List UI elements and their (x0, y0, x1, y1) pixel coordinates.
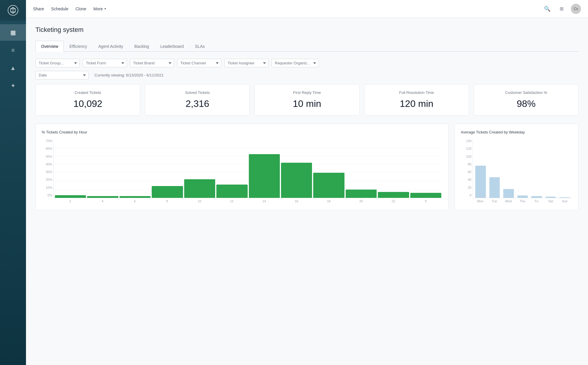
hourly-bar-8 (152, 186, 183, 198)
weekday-y-label-80: 80 (461, 162, 473, 166)
ticket-group-filter[interactable]: Ticket Group... (35, 59, 80, 67)
sidebar-item-settings[interactable]: ✦ (0, 77, 26, 94)
weekday-chart-area: 0 20 40 60 80 100 120 140 MonTueWedThuFr… (461, 139, 572, 204)
schedule-button[interactable]: Schedule (51, 5, 68, 12)
hourly-chart-card: % Tickets Created by Hour 0% 10% 20% 30%… (35, 124, 449, 210)
hourly-x-label-14: 14 (249, 199, 280, 203)
gear-icon: ✦ (11, 82, 16, 89)
tabs: Overview Efficiency Agent Activity Backl… (35, 41, 579, 52)
search-button[interactable]: 🔍 (543, 4, 552, 14)
kpi-solved-tickets-label: Solved Tickets (152, 90, 242, 95)
hourly-bar-22 (378, 192, 409, 198)
kpi-first-reply-value: 10 min (262, 98, 352, 109)
weekday-bar-Mon (475, 166, 486, 198)
page-title: Ticketing system (35, 26, 579, 34)
hourly-bar-4 (87, 196, 118, 198)
requester-org-filter[interactable]: Requester Organiz... (272, 59, 319, 67)
ticket-form-filter[interactable]: Ticket Form (83, 59, 127, 67)
grid-icon: ▦ (10, 29, 16, 36)
weekday-y-label-40: 40 (461, 178, 473, 181)
apps-icon: ⊞ (560, 6, 564, 12)
grid-view-button[interactable]: ⊞ (557, 4, 566, 14)
weekday-bar-Fri (531, 196, 542, 198)
chart-icon: ≡ (11, 47, 15, 54)
weekday-y-label-0: 0 (461, 193, 473, 197)
hourly-bar-6 (120, 196, 151, 198)
hourly-bar-12 (216, 185, 247, 198)
hourly-y-label-0: 0% (42, 193, 53, 197)
hourly-bar-0 (410, 193, 441, 198)
hourly-y-label-50: 50% (42, 155, 53, 158)
topbar-nav: Share Schedule Clone More ▾ (33, 5, 535, 12)
tab-agent-activity[interactable]: Agent Activity (93, 41, 129, 52)
kpi-created-tickets-value: 10,092 (43, 98, 133, 109)
tab-leaderboard[interactable]: Leaderboard (155, 41, 189, 52)
hourly-chart-area: 0% 10% 20% 30% 40% 50% 60% 70% 246810121… (42, 139, 442, 204)
filters-row-2: Date Currently viewing: 6/13/2020 - 6/11… (35, 71, 579, 79)
kpi-first-reply-label: First Reply Time (262, 90, 352, 95)
hourly-bar-20 (346, 190, 377, 198)
weekday-chart-card: Average Tickets Created by Weekday 0 20 … (455, 124, 579, 210)
hourly-bar-18 (313, 173, 344, 198)
weekday-bar-Sun (559, 197, 570, 198)
weekday-bars (473, 139, 572, 198)
clone-button[interactable]: Clone (76, 5, 86, 12)
hourly-y-label-60: 60% (42, 147, 53, 150)
hourly-y-label-20: 20% (42, 178, 53, 181)
weekday-x-label-Thu: Thu (517, 199, 528, 203)
ticket-brand-filter[interactable]: Ticket Brand (130, 59, 174, 67)
sidebar-item-upload[interactable]: ▲ (0, 60, 26, 76)
share-button[interactable]: Share (33, 5, 44, 12)
tab-slas[interactable]: SLAs (189, 41, 210, 52)
weekday-y-label-120: 120 (461, 147, 473, 150)
hourly-bar-14 (249, 154, 280, 198)
ticket-channel-filter[interactable]: Ticket Channel (177, 59, 221, 67)
weekday-y-label-20: 20 (461, 186, 473, 189)
sidebar-item-reports[interactable]: ≡ (0, 42, 26, 58)
more-menu[interactable]: More ▾ (93, 6, 106, 11)
tab-overview[interactable]: Overview (35, 41, 64, 52)
weekday-chart-title: Average Tickets Created by Weekday (461, 130, 572, 134)
kpi-resolution-value: 120 min (372, 98, 462, 109)
kpi-created-tickets: Created Tickets 10,092 (35, 84, 140, 115)
ticket-assignee-filter[interactable]: Ticket Assignee (224, 59, 269, 67)
main-content: Share Schedule Clone More ▾ 🔍 ⊞ Co Ticke… (26, 0, 588, 365)
kpi-resolution-time: Full Resolution Time 120 min (364, 84, 469, 115)
tab-efficiency[interactable]: Efficiency (64, 41, 93, 52)
date-viewing-label: Currently viewing: 6/13/2020 - 6/11/2021 (92, 71, 166, 79)
kpi-satisfaction-label: Customer Satisfaction % (481, 90, 571, 95)
avatar-initials: Co (571, 4, 581, 14)
hourly-bar-16 (281, 163, 312, 198)
hourly-bar-2 (55, 195, 86, 198)
hourly-x-label-0: 0 (410, 199, 442, 203)
search-icon: 🔍 (544, 6, 551, 12)
weekday-y-label-140: 140 (461, 139, 473, 143)
hourly-bars (53, 139, 442, 198)
hourly-x-label-16: 16 (281, 199, 312, 203)
tab-backlog[interactable]: Backlog (129, 41, 155, 52)
app-logo[interactable] (0, 0, 26, 21)
weekday-x-label-Fri: Fri (531, 199, 542, 203)
hourly-x-label-6: 6 (119, 199, 151, 203)
date-filter[interactable]: Date (35, 71, 89, 79)
hourly-y-label-30: 30% (42, 170, 53, 174)
hourly-y-label-10: 10% (42, 186, 53, 189)
weekday-x-label-Wed: Wed (503, 199, 514, 203)
sidebar-item-dashboard[interactable]: ▦ (0, 24, 26, 41)
page-content: Ticketing system Overview Efficiency Age… (26, 18, 588, 365)
kpi-created-tickets-label: Created Tickets (43, 90, 133, 95)
weekday-bar-Tue (489, 177, 500, 198)
hourly-chart-title: % Tickets Created by Hour (42, 130, 442, 134)
kpi-solved-tickets: Solved Tickets 2,316 (145, 84, 250, 115)
weekday-y-label-100: 100 (461, 155, 473, 158)
weekday-x-label-Tue: Tue (489, 199, 500, 203)
weekday-y-label-60: 60 (461, 170, 473, 174)
kpi-resolution-label: Full Resolution Time (372, 90, 462, 95)
hourly-x-label-2: 2 (55, 199, 86, 203)
hourly-bar-10 (184, 179, 215, 198)
user-avatar[interactable]: Co (571, 4, 581, 14)
hourly-x-label-4: 4 (87, 199, 118, 203)
kpi-solved-tickets-value: 2,316 (152, 98, 242, 109)
charts-row: % Tickets Created by Hour 0% 10% 20% 30%… (35, 124, 579, 210)
upload-icon: ▲ (10, 65, 16, 71)
